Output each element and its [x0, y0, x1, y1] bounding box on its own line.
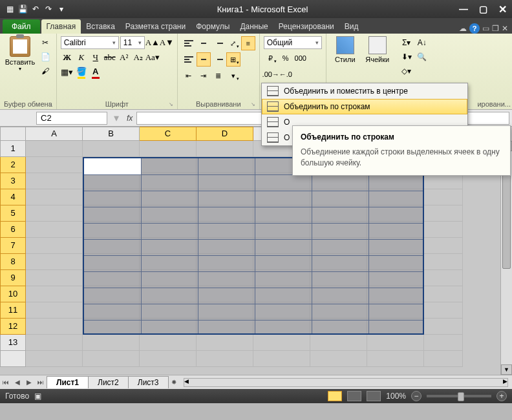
- underline-button[interactable]: Ч: [89, 51, 102, 64]
- sheet-tab-1[interactable]: Лист1: [47, 376, 89, 388]
- close-button[interactable]: ✕: [493, 3, 512, 16]
- page-break-view-button[interactable]: [367, 391, 381, 401]
- prev-sheet-button[interactable]: ◀: [12, 379, 23, 386]
- zoom-out-button[interactable]: −: [411, 391, 421, 401]
- excel-icon[interactable]: ▦: [4, 3, 16, 15]
- row-header[interactable]: 9: [0, 270, 26, 286]
- redo-icon[interactable]: ↷: [43, 3, 54, 15]
- close-workbook-icon[interactable]: ✕: [502, 24, 508, 33]
- row-header[interactable]: 13: [0, 335, 26, 351]
- first-sheet-button[interactable]: ⏮: [0, 379, 12, 386]
- page-layout-view-button[interactable]: [347, 391, 361, 401]
- qat-customize-icon[interactable]: ▾: [56, 3, 67, 15]
- row-header[interactable]: 8: [0, 254, 26, 270]
- font-name-combo[interactable]: Calibri: [61, 36, 119, 49]
- tab-page-layout[interactable]: Разметка страни: [120, 19, 191, 34]
- cloud-icon[interactable]: ☁: [459, 24, 467, 33]
- last-sheet-button[interactable]: ⏭: [35, 379, 47, 386]
- justify-button[interactable]: ≣: [211, 68, 226, 83]
- merge-cells-button[interactable]: ⊞: [226, 52, 240, 67]
- new-sheet-button[interactable]: ✸: [168, 379, 180, 386]
- row-header[interactable]: 4: [0, 189, 26, 205]
- normal-view-button[interactable]: [328, 391, 342, 401]
- row-header[interactable]: 11: [0, 302, 26, 319]
- increase-indent-button[interactable]: ⇥: [197, 68, 211, 83]
- merge-dropdown-button[interactable]: ▾: [226, 68, 240, 83]
- subscript-button[interactable]: A₂: [132, 51, 145, 64]
- italic-button[interactable]: К: [75, 51, 88, 64]
- horizontal-scrollbar[interactable]: ◀ ▶: [184, 378, 508, 387]
- align-left-button[interactable]: [182, 52, 196, 67]
- scroll-down-button[interactable]: ▼: [501, 364, 512, 375]
- group-alignment-label[interactable]: Выравнивани: [182, 99, 255, 108]
- col-header[interactable]: A: [26, 127, 83, 141]
- currency-button[interactable]: ₽: [264, 51, 278, 65]
- paste-button[interactable]: Вставить ▾: [4, 36, 36, 99]
- tab-file[interactable]: Файл: [3, 19, 40, 34]
- zoom-level[interactable]: 100%: [386, 392, 406, 401]
- superscript-button[interactable]: A²: [118, 51, 131, 64]
- row-header[interactable]: 6: [0, 222, 26, 238]
- format-painter-button[interactable]: 🖌: [39, 65, 52, 78]
- row-header[interactable]: 12: [0, 319, 26, 335]
- row-header[interactable]: 7: [0, 238, 26, 254]
- strikethrough-button[interactable]: abc: [103, 51, 116, 64]
- sheet-tab-2[interactable]: Лист2: [88, 376, 129, 388]
- help-icon[interactable]: ?: [469, 23, 480, 34]
- find-select-button[interactable]: 🔍: [416, 50, 429, 63]
- maximize-button[interactable]: ▢: [473, 3, 493, 16]
- autosum-button[interactable]: Σ▾: [400, 36, 413, 49]
- copy-button[interactable]: 📄: [39, 50, 52, 63]
- row-header[interactable]: 10: [0, 286, 26, 302]
- row-header[interactable]: [0, 351, 26, 367]
- minimize-button[interactable]: —: [454, 3, 473, 16]
- align-bottom-button[interactable]: [211, 36, 226, 50]
- fbar-dropdown-icon[interactable]: ▾: [114, 112, 119, 124]
- font-size-combo[interactable]: 11: [120, 36, 145, 49]
- cut-button[interactable]: ✂: [39, 36, 52, 49]
- fx-icon[interactable]: fx: [127, 114, 133, 123]
- tab-view[interactable]: Вид: [339, 19, 364, 34]
- shrink-font-button[interactable]: A▼: [160, 36, 173, 49]
- select-all-corner[interactable]: [0, 127, 26, 141]
- row-header[interactable]: 5: [0, 205, 26, 222]
- align-middle-button[interactable]: [197, 36, 211, 50]
- tab-formulas[interactable]: Формулы: [191, 19, 235, 34]
- fill-color-button[interactable]: 🪣: [75, 66, 88, 79]
- merge-center-item[interactable]: Объединить и поместить в центре: [262, 83, 467, 99]
- macro-record-icon[interactable]: ▣: [34, 392, 41, 401]
- tab-review[interactable]: Рецензировани: [273, 19, 339, 34]
- undo-icon[interactable]: ↶: [30, 3, 41, 15]
- increase-decimal-button[interactable]: .00→: [264, 67, 278, 81]
- wrap-text-button[interactable]: ≡: [241, 36, 255, 50]
- number-format-combo[interactable]: Общий: [264, 36, 322, 49]
- bold-button[interactable]: Ж: [61, 51, 74, 64]
- align-top-button[interactable]: [182, 36, 196, 50]
- minimize-ribbon-icon[interactable]: ▭: [482, 24, 489, 33]
- align-center-button[interactable]: [197, 52, 211, 67]
- group-clipboard-label[interactable]: Буфер обмена: [4, 99, 52, 108]
- decrease-indent-button[interactable]: ⇤: [182, 68, 196, 83]
- orientation-button[interactable]: ⤢: [226, 36, 240, 50]
- sort-filter-button[interactable]: A↓: [416, 36, 429, 49]
- grow-font-button[interactable]: A▲: [146, 36, 159, 49]
- percent-button[interactable]: %: [279, 51, 293, 65]
- row-header[interactable]: 2: [0, 157, 26, 173]
- group-font-label[interactable]: Шрифт: [61, 99, 173, 108]
- col-header[interactable]: C: [140, 127, 197, 141]
- row-header[interactable]: 1: [0, 141, 26, 157]
- align-right-button[interactable]: [211, 52, 226, 67]
- font-color-button[interactable]: A: [89, 66, 102, 79]
- col-header[interactable]: B: [83, 127, 140, 141]
- tab-data[interactable]: Данные: [235, 19, 273, 34]
- tab-insert[interactable]: Вставка: [81, 19, 120, 34]
- clear-button[interactable]: ◇▾: [400, 65, 413, 78]
- save-icon[interactable]: 💾: [17, 3, 28, 15]
- comma-style-button[interactable]: 000: [293, 51, 308, 65]
- row-header[interactable]: 3: [0, 173, 26, 189]
- case-button[interactable]: Aa▾: [146, 51, 159, 64]
- col-header[interactable]: D: [197, 127, 253, 141]
- fill-button[interactable]: ⬇▾: [400, 50, 413, 63]
- tab-home[interactable]: Главная: [41, 19, 81, 34]
- merge-across-item[interactable]: Объединить по строкам: [262, 99, 467, 114]
